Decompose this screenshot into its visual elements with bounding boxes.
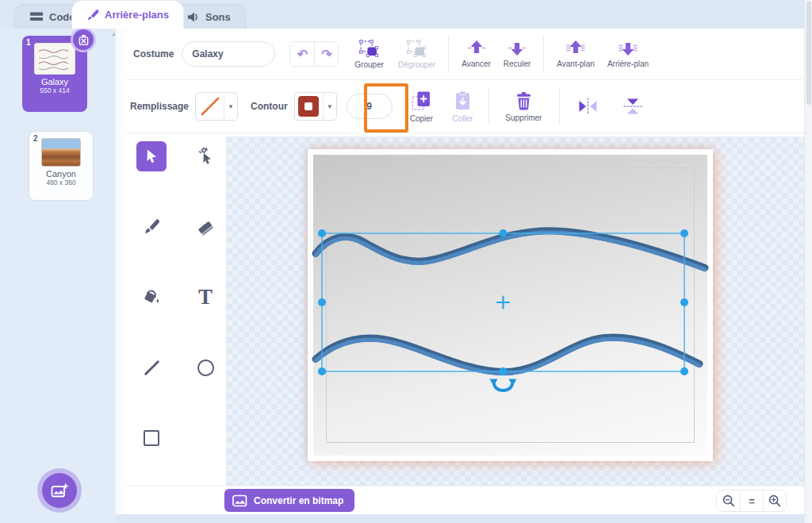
backdrop-size: 550 x 414	[22, 87, 87, 94]
selection-center-crosshair	[497, 297, 509, 309]
wave-lines[interactable]	[316, 231, 705, 374]
toolbar-row-2: Remplissage ▾ Contour ▾	[125, 79, 804, 133]
tab-bar: Code Arrière-plans Sons	[0, 0, 812, 29]
group-label: Grouper	[354, 60, 384, 69]
convert-to-bitmap-label: Convertir en bitmap	[254, 495, 343, 506]
zoom-controls: =	[716, 490, 787, 512]
backdrop-item-canyon[interactable]: 2 Canyon 480 x 360	[29, 131, 94, 201]
back-label: Arrière-plan	[607, 60, 649, 68]
zoom-in-button[interactable]	[763, 490, 786, 511]
forward-button[interactable]: Avancer	[457, 38, 496, 70]
backdrop-list-panel: 1 Galaxy 550 x 414 2 Canyon	[0, 29, 116, 523]
delete-label: Supprimer	[505, 113, 542, 122]
convert-to-bitmap-button[interactable]: Convertir en bitmap	[224, 489, 354, 512]
fill-tool[interactable]	[136, 283, 167, 313]
line-tool[interactable]	[136, 352, 167, 383]
selection-box[interactable]	[318, 229, 688, 390]
copy-label: Copier	[410, 114, 433, 123]
canyon-thumbnail	[41, 138, 81, 167]
backward-label: Reculer	[504, 60, 530, 68]
trash-x-icon	[77, 33, 90, 47]
add-backdrop-inner	[42, 473, 77, 508]
eraser-tool[interactable]	[190, 212, 220, 242]
speaker-icon	[186, 11, 200, 23]
group-icon	[359, 40, 379, 58]
outline-swatch	[295, 93, 324, 120]
backdrop-list-scrollbar[interactable]: ▲	[116, 29, 125, 514]
fill-swatch	[196, 93, 224, 120]
paintbrush-icon	[86, 9, 99, 21]
flip-horizontal-icon	[577, 97, 599, 116]
rotation-handle[interactable]	[490, 379, 517, 391]
forward-label: Avancer	[462, 60, 491, 68]
front-layer-icon	[566, 40, 585, 57]
flip-vertical-icon	[622, 97, 643, 116]
page-scrollbar[interactable]	[804, 0, 812, 523]
backdrop-size: 480 x 360	[29, 179, 93, 187]
fill-label: Remplissage	[130, 101, 189, 112]
circle-tool[interactable]	[190, 352, 220, 383]
zoom-out-button[interactable]	[717, 490, 740, 511]
backdrop-index: 2	[33, 134, 38, 143]
group-button[interactable]: Grouper	[350, 38, 389, 71]
stroke-width-input[interactable]	[347, 94, 393, 119]
text-tool-glyph: T	[198, 286, 213, 308]
tab-backdrops[interactable]: Arrière-plans	[71, 0, 184, 29]
brush-tool[interactable]	[136, 212, 167, 242]
scroll-up-caret-icon[interactable]: ▲	[111, 31, 117, 37]
no-fill-diagonal-icon	[199, 95, 221, 117]
flip-horizontal-button[interactable]	[573, 95, 603, 117]
front-label: Avant-plan	[557, 60, 595, 68]
select-tool[interactable]	[136, 141, 167, 171]
reshape-icon	[196, 147, 215, 166]
undo-button[interactable]: ↶	[290, 42, 314, 66]
tool-palette: T	[125, 135, 225, 486]
fill-color-picker[interactable]: ▾	[195, 92, 238, 121]
flip-vertical-button[interactable]	[618, 95, 648, 117]
divider	[543, 36, 544, 72]
zoom-reset-label: =	[749, 495, 755, 507]
redo-button[interactable]: ↷	[314, 42, 338, 66]
paint-canvas-area[interactable]	[226, 137, 804, 486]
tab-sounds-label: Sons	[205, 11, 231, 23]
galaxy-thumbnail	[34, 43, 75, 75]
outline-color-picker[interactable]: ▾	[294, 92, 337, 121]
zoom-out-icon	[722, 494, 736, 508]
backward-button[interactable]: Reculer	[499, 38, 535, 70]
delete-button[interactable]: Supprimer	[500, 90, 546, 124]
trash-icon	[515, 91, 533, 111]
bitmap-image-icon	[232, 494, 247, 507]
backdrop-name: Canyon	[29, 169, 93, 179]
rectangle-icon	[144, 430, 159, 446]
backdrop-item-galaxy[interactable]: 1 Galaxy 550 x 414	[22, 36, 87, 112]
text-tool[interactable]: T	[190, 283, 220, 313]
ungroup-label: Dégrouper	[398, 60, 435, 69]
ungroup-button[interactable]: Dégrouper	[393, 38, 440, 71]
canvas-bottom-bar: Convertir en bitmap =	[125, 486, 804, 514]
copy-icon	[412, 90, 431, 112]
paste-button[interactable]: Coller	[447, 89, 477, 125]
front-button[interactable]: Avant-plan	[552, 38, 599, 70]
backdrop-index: 1	[26, 38, 31, 47]
code-blocks-icon	[29, 11, 44, 22]
costume-name-input[interactable]	[182, 41, 275, 67]
paint-editor: Costume ↶ ↷	[125, 29, 804, 514]
forward-arrow-icon	[468, 40, 485, 57]
copy-button[interactable]: Copier	[405, 89, 438, 125]
back-button[interactable]: Arrière-plan	[603, 38, 653, 70]
undo-icon: ↶	[297, 47, 308, 62]
reshape-tool[interactable]	[190, 141, 220, 171]
rectangle-tool[interactable]	[136, 423, 167, 453]
delete-backdrop-button[interactable]	[73, 29, 94, 50]
zoom-reset-button[interactable]: =	[740, 490, 763, 511]
backward-arrow-icon	[508, 40, 526, 57]
cursor-arrow-icon	[143, 148, 160, 165]
vector-overlay	[227, 137, 805, 486]
chevron-down-icon: ▾	[324, 102, 336, 110]
eraser-icon	[196, 217, 215, 237]
line-icon	[144, 360, 159, 375]
toolbar-row-1: Costume ↶ ↷	[125, 29, 804, 79]
divider	[488, 88, 489, 125]
page-scrollbar-thumb[interactable]	[806, 2, 811, 105]
add-backdrop-button[interactable]	[37, 468, 82, 513]
